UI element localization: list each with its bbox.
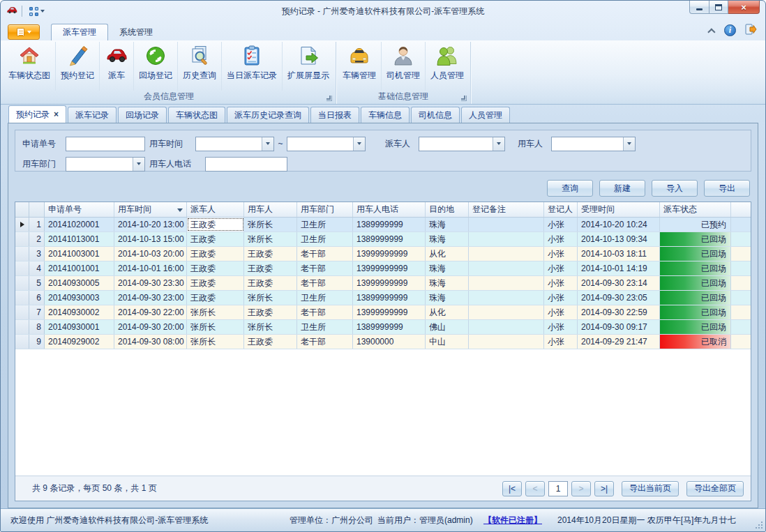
cell-order-no[interactable]: 20140930005 (45, 276, 114, 290)
cell-use-time[interactable]: 2014-09-30 23:00 (114, 291, 187, 305)
use-time-from-select[interactable] (195, 137, 274, 151)
minimize-button[interactable] (689, 1, 709, 14)
table-row[interactable]: 5 20140930005 2014-09-30 23:30 王政委 王政委 老… (15, 276, 751, 291)
phone-input[interactable] (205, 157, 287, 172)
personnel-manage-button[interactable]: 人员管理 (426, 42, 469, 91)
cell-department[interactable]: 卫生所 (297, 291, 353, 305)
cell-user[interactable]: 王政委 (244, 305, 297, 319)
cell-department[interactable]: 老干部 (297, 261, 353, 275)
dispatch-button[interactable]: 派车 (100, 42, 134, 91)
cell-dispatch-status[interactable]: 已取消 (660, 335, 731, 349)
cell-use-time[interactable]: 2014-10-20 13:00 (114, 218, 187, 231)
import-button[interactable]: 导入 (652, 180, 698, 197)
use-time-to-select[interactable] (287, 137, 366, 151)
header-registrar[interactable]: 登记人 (544, 202, 578, 217)
cell-user[interactable]: 王政委 (244, 247, 297, 261)
cell-use-time[interactable]: 2014-10-03 20:00 (114, 247, 187, 261)
cell-user[interactable]: 王政委 (244, 261, 297, 275)
extended-screen-button[interactable]: 扩展屏显示 (283, 42, 334, 91)
cell-remark[interactable] (469, 276, 544, 290)
header-user[interactable]: 用车人 (244, 202, 297, 217)
cell-dispatch-status[interactable]: 已回场 (660, 247, 731, 261)
cell-destination[interactable]: 佛山 (426, 320, 469, 334)
cell-registrar[interactable]: 小张 (544, 232, 578, 246)
tab-daily-report[interactable]: 当日报表 (310, 107, 359, 123)
cell-registrar[interactable]: 小张 (544, 218, 578, 231)
cell-use-time[interactable]: 2014-09-30 20:00 (114, 320, 187, 334)
cell-use-time[interactable]: 2014-10-01 16:00 (114, 261, 187, 275)
table-row[interactable]: 8 20140930001 2014-09-30 20:00 张所长 张所长 卫… (15, 320, 751, 335)
cell-destination[interactable]: 从化 (426, 305, 469, 319)
cell-use-time[interactable]: 2014-10-13 15:00 (114, 232, 187, 246)
header-dispatcher[interactable]: 派车人 (187, 202, 244, 217)
table-row[interactable]: 4 20141001001 2014-10-01 16:00 王政委 王政委 老… (15, 261, 751, 276)
cell-use-time[interactable]: 2014-09-30 23:30 (114, 276, 187, 290)
table-row[interactable]: 6 20140930003 2014-09-30 23:00 王政委 张所长 卫… (15, 291, 751, 305)
cell-phone[interactable]: 13900000 (353, 335, 426, 349)
cell-dispatcher[interactable]: 张所长 (187, 305, 244, 319)
cell-remark[interactable] (469, 320, 544, 334)
cell-department[interactable]: 卫生所 (297, 218, 353, 231)
export-button[interactable]: 导出 (704, 180, 750, 197)
user-select[interactable] (551, 137, 636, 151)
cell-phone[interactable]: 13899999999 (353, 291, 426, 305)
cell-accept-time[interactable]: 2014-09-29 21:47 (578, 335, 660, 349)
cell-accept-time[interactable]: 2014-10-01 14:19 (578, 261, 660, 275)
cell-phone[interactable]: 13999999999 (353, 276, 426, 290)
cell-dispatcher[interactable]: 张所长 (187, 320, 244, 334)
cell-registrar[interactable]: 小张 (544, 335, 578, 349)
resize-grip[interactable] (761, 527, 763, 529)
cell-phone[interactable]: 1389999999 (353, 218, 426, 231)
header-accept-time[interactable]: 受理时间 (578, 202, 660, 217)
cell-remark[interactable] (469, 291, 544, 305)
info-icon[interactable]: i (724, 24, 736, 36)
today-dispatch-records-button[interactable]: 当日派车记录 (222, 42, 283, 91)
cell-use-time[interactable]: 2014-09-30 22:00 (114, 305, 187, 319)
cell-department[interactable]: 老干部 (297, 305, 353, 319)
header-destination[interactable]: 目的地 (426, 202, 469, 217)
tab-driver-info[interactable]: 司机信息 (411, 107, 460, 123)
cell-destination[interactable]: 中山 (426, 335, 469, 349)
header-phone[interactable]: 用车人电话 (353, 202, 426, 217)
cell-phone[interactable]: 1389999999 (353, 320, 426, 334)
ribbon-tab-system[interactable]: 系统管理 (108, 24, 164, 40)
cell-department[interactable]: 卫生所 (297, 232, 353, 246)
cell-department[interactable]: 老干部 (297, 276, 353, 290)
cell-order-no[interactable]: 20140929002 (45, 335, 114, 349)
dept-select[interactable] (66, 157, 145, 172)
license-link[interactable]: 【软件已注册】 (483, 515, 556, 526)
cell-order-no[interactable]: 20140930001 (45, 320, 114, 334)
prev-page-button[interactable]: < (525, 481, 545, 496)
cell-dispatcher[interactable]: 王政委 (187, 261, 244, 275)
close-button[interactable]: × (728, 1, 760, 14)
cell-registrar[interactable]: 小张 (544, 247, 578, 261)
tab-personnel-manage[interactable]: 人员管理 (461, 107, 510, 123)
cell-accept-time[interactable]: 2014-09-30 09:17 (578, 320, 660, 334)
close-icon[interactable]: × (54, 110, 59, 119)
tab-vehicle-info[interactable]: 车辆信息 (361, 107, 410, 123)
cell-dispatcher[interactable]: 王政委 (187, 232, 244, 246)
cell-dispatch-status[interactable]: 已回场 (660, 261, 731, 275)
cell-registrar[interactable]: 小张 (544, 276, 578, 290)
cell-phone[interactable]: 13999999999 (353, 305, 426, 319)
reservation-register-button[interactable]: 预约登记 (56, 42, 100, 91)
cell-order-no[interactable]: 20141001001 (45, 261, 114, 275)
driver-manage-button[interactable]: 司机管理 (382, 42, 426, 91)
cell-user[interactable]: 王政委 (244, 276, 297, 290)
order-no-input[interactable] (66, 137, 145, 151)
query-button[interactable]: 查询 (547, 180, 593, 197)
dialog-launcher-icon[interactable] (326, 96, 332, 101)
cell-registrar[interactable]: 小张 (544, 261, 578, 275)
cell-order-no[interactable]: 20141020001 (45, 218, 114, 231)
cell-registrar[interactable]: 小张 (544, 320, 578, 334)
cell-dispatch-status[interactable]: 已回场 (660, 291, 731, 305)
export-current-page-button[interactable]: 导出当前页 (622, 481, 679, 496)
tab-dispatch-records[interactable]: 派车记录 (68, 107, 117, 123)
tab-dispatch-history-query[interactable]: 派车历史记录查询 (227, 107, 309, 123)
cell-accept-time[interactable]: 2014-10-03 18:11 (578, 247, 660, 261)
cell-remark[interactable] (469, 218, 544, 231)
cell-order-no[interactable]: 20141013001 (45, 232, 114, 246)
cell-dispatcher[interactable]: 王政委 (187, 291, 244, 305)
first-page-button[interactable]: |< (502, 481, 522, 496)
cell-department[interactable]: 老干部 (297, 247, 353, 261)
